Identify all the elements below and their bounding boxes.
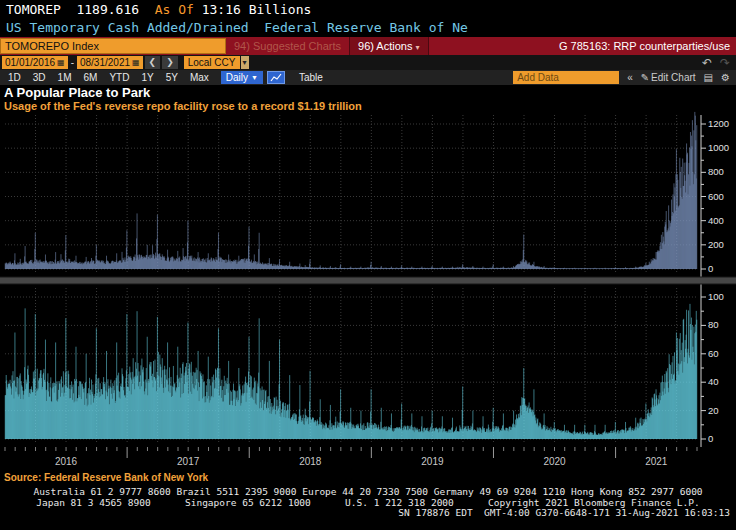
- y-axis-tick-label: 100: [708, 291, 724, 302]
- chevron-down-icon: ▾: [416, 43, 420, 52]
- date-from-field[interactable]: 01/01/2016▦: [2, 56, 68, 69]
- edit-chart-button[interactable]: ✎Edit Chart: [641, 70, 696, 85]
- step-back-button[interactable]: ❮: [145, 56, 161, 69]
- period-select[interactable]: Daily▼: [221, 71, 263, 84]
- chart-canvas[interactable]: 0200400600800100012000204060801002016201…: [0, 85, 736, 485]
- suggested-charts-menu[interactable]: 94) Suggested Charts: [234, 40, 341, 52]
- date-to-field[interactable]: 08/31/2021▦: [77, 56, 143, 69]
- y-axis-tick-label: 600: [708, 191, 724, 202]
- security-bar: TOMOREPO Index 94) Suggested Charts 96) …: [0, 37, 736, 55]
- redo-icon[interactable]: ↷: [720, 56, 730, 70]
- line-chart-icon[interactable]: [267, 71, 285, 84]
- gear-icon[interactable]: ⚙: [721, 70, 736, 85]
- y-axis-tick-label: 60: [708, 348, 719, 359]
- step-forward-button[interactable]: ❯: [162, 56, 178, 69]
- currency-chevron-icon[interactable]: ▾: [241, 56, 249, 69]
- y-axis-tick-label: 1000: [708, 142, 729, 153]
- y-axis-tick-label: 800: [708, 166, 724, 177]
- y-axis-tick-label: 0: [708, 433, 713, 444]
- y-axis-tick-label: 80: [708, 319, 719, 330]
- y-axis-tick-label: 0: [708, 263, 713, 274]
- footer-session-line: SN 178876 EDT GMT-4:00 G370-6648-171 31-…: [0, 508, 736, 519]
- calendar-icon: ▦: [132, 56, 140, 69]
- range-tab-6m[interactable]: 6M: [78, 70, 104, 85]
- date-toolbar: 01/01/2016▦ - 08/31/2021▦ ❮ ❯ Local CCY …: [0, 55, 736, 70]
- bar-series: [5, 112, 697, 439]
- range-toolbar: 1D 3D 1M 6M YTD 1Y 5Y Max Daily▼ Table A…: [0, 70, 736, 85]
- y-axis-tick-label: 400: [708, 215, 724, 226]
- y-axis-tick-label: 40: [708, 376, 719, 387]
- table-view-button[interactable]: Table: [293, 70, 329, 85]
- annotate-icon[interactable]: ▤: [704, 70, 713, 85]
- x-axis-year-label: 2020: [543, 456, 566, 467]
- x-axis-year-label: 2016: [55, 456, 78, 467]
- range-tab-5y[interactable]: 5Y: [160, 70, 184, 85]
- calendar-icon: ▦: [57, 56, 65, 69]
- description-line: US Temporary Cash Added/Drained Federal …: [6, 20, 468, 35]
- quote-line: TOMOREP 1189.616 As Of 13:16 Billions: [6, 2, 311, 17]
- chart-title: A Popular Place to Park: [4, 85, 150, 100]
- security-description: US Temporary Cash Added/Drained: [6, 20, 249, 35]
- footer-phones-line: Australia 61 2 9777 8600 Brazil 5511 239…: [0, 487, 736, 498]
- x-axis-year-label: 2018: [299, 456, 322, 467]
- range-tab-ytd[interactable]: YTD: [103, 70, 135, 85]
- as-of-time: 13:16: [202, 2, 241, 17]
- source-organization: Federal Reserve Bank of Ne: [264, 20, 468, 35]
- ticker: TOMOREP: [6, 2, 61, 17]
- terminal-footer: Australia 61 2 9777 8600 Brazil 5511 239…: [0, 487, 736, 519]
- range-tab-1y[interactable]: 1Y: [135, 70, 159, 85]
- security-input[interactable]: TOMOREPO Index: [0, 38, 226, 54]
- chart-subtitle: Usage of the Fed's reverse repo facility…: [4, 100, 362, 112]
- add-data-input[interactable]: Add Data: [513, 71, 619, 84]
- chevron-down-icon: ▼: [251, 71, 258, 84]
- date-range-dash: -: [71, 57, 74, 68]
- x-axis-year-label: 2021: [645, 456, 668, 467]
- chart-area: 0200400600800100012000204060801002016201…: [0, 85, 736, 485]
- y-axis-tick-label: 20: [708, 405, 719, 416]
- x-axis-year-label: 2017: [177, 456, 200, 467]
- y-axis-tick-label: 200: [708, 239, 724, 250]
- collapse-panel-button[interactable]: «: [627, 70, 633, 85]
- currency-select[interactable]: Local CCY: [184, 56, 240, 69]
- bloomberg-terminal-window: TOMOREP 1189.616 As Of 13:16 Billions US…: [0, 0, 736, 530]
- bars-counterparties: [5, 304, 697, 439]
- range-tab-max[interactable]: Max: [184, 70, 215, 85]
- last-value: 1189.616: [76, 2, 139, 17]
- y-axis-tick-label: 1200: [708, 118, 729, 129]
- range-tab-1m[interactable]: 1M: [52, 70, 78, 85]
- as-of-label: As Of: [155, 2, 194, 17]
- bars-usage: [5, 112, 697, 269]
- actions-menu[interactable]: 96) Actions ▾: [349, 37, 429, 55]
- function-label: G 785163: RRP counterparties/use: [559, 40, 736, 52]
- undo-icon[interactable]: ↶: [702, 56, 712, 70]
- chart-source-note: Source: Federal Reserve Bank of New York: [4, 472, 208, 483]
- range-tab-3d[interactable]: 3D: [27, 70, 52, 85]
- panel-splitter[interactable]: [0, 277, 736, 284]
- pencil-icon: ✎: [641, 72, 649, 83]
- unit-label: Billions: [249, 2, 312, 17]
- undo-redo-group: ↶↷: [702, 56, 736, 70]
- x-axis-year-label: 2019: [421, 456, 444, 467]
- range-tab-1d[interactable]: 1D: [2, 70, 27, 85]
